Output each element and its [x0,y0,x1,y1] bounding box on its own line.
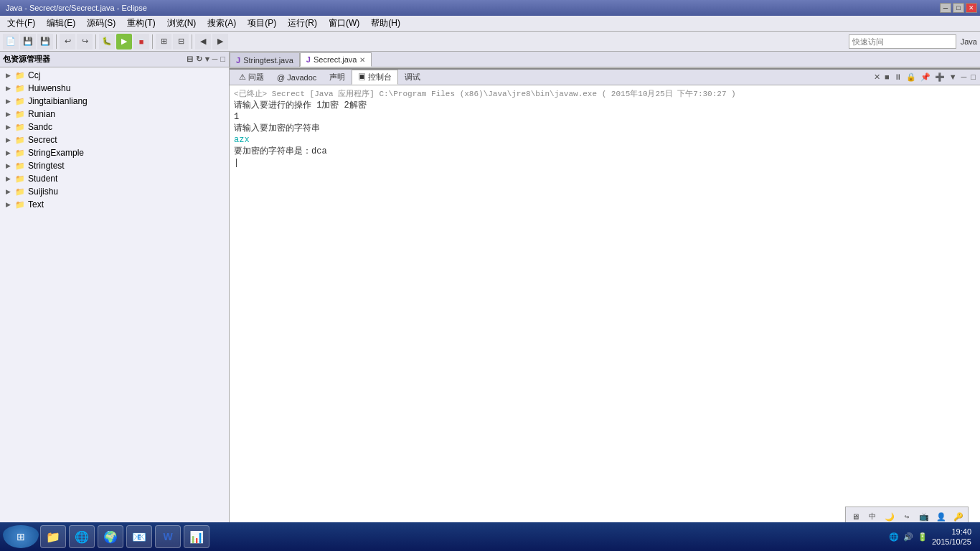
stop-button[interactable]: ■ [133,34,149,50]
panel-tab-problems[interactable]: ⚠ 问题 [232,70,270,85]
arrow-stringtest: ▶ [6,162,14,169]
project-label-jingtai: Jingtaibianliang [28,96,88,106]
project-icon-student: 📁 [14,173,26,184]
tree-item-stringtest[interactable]: ▶ 📁 Stringtest [0,159,229,172]
run-button[interactable]: ▶ [116,34,132,50]
tree-item-huiwenshu[interactable]: ▶ 📁 Huiwenshu [0,82,229,95]
sync-icon[interactable]: ↻ [195,54,203,65]
taskbar-excel[interactable]: 📊 [184,525,209,548]
menu-source[interactable]: 源码(S) [81,16,121,31]
panel-tab-console-icon: ▣ [358,72,368,81]
project-icon-huiwenshu: 📁 [14,83,26,94]
panel-tab-declaration[interactable]: 声明 [323,70,352,85]
clock-time: 19:40 [932,527,971,537]
project-label-text: Text [28,199,44,209]
save-all-button[interactable]: 💾 [37,34,53,50]
taskbar-battery-icon: 🔋 [918,532,928,542]
project-label-stringexample: StringExample [28,148,84,158]
collapse-all-icon[interactable]: ⊟ [186,54,194,65]
minimize-button[interactable]: ─ [940,3,951,13]
tree-item-student[interactable]: ▶ 📁 Student [0,172,229,185]
project-label-runian: Runian [28,109,55,119]
minimize-view-icon[interactable]: ─ [212,54,219,65]
project-icon-secrect: 📁 [14,134,26,146]
undo-button[interactable]: ↩ [60,34,75,50]
stop-console-icon[interactable]: ■ [883,71,891,83]
panel-maximize-icon[interactable]: □ [969,71,977,83]
tree-item-secrect[interactable]: ▶ 📁 Secrect [0,133,229,146]
tree-item-stringexample[interactable]: ▶ 📁 StringExample [0,146,229,159]
taskbar-mail[interactable]: 📧 [126,525,152,548]
package-explorer-title: 包资源管理器 [3,54,50,65]
console-line-4: azx [234,134,976,146]
console-line-2: 1 [234,111,976,123]
taskbar-explorer[interactable]: 📁 [40,525,66,548]
tab-close-secrect[interactable]: ✕ [359,56,365,64]
menu-window[interactable]: 窗口(W) [323,16,365,31]
pause-console-icon[interactable]: ⏸ [892,71,903,83]
menu-search[interactable]: 搜索(A) [202,16,242,31]
tab-label-secrect: Secrect.java [314,55,357,64]
editor-area: J Stringtest.java J Secrect.java ✕ //...… [230,52,980,529]
taskbar-browser1[interactable]: 🌐 [69,525,95,548]
panel-minimize-icon[interactable]: ─ [960,71,969,83]
prev-button[interactable]: ◀ [195,34,211,50]
panel-tab-console[interactable]: ▣ 控制台 [352,70,398,85]
pin-console-icon[interactable]: 📌 [919,71,932,83]
toolbar-sep-4 [192,34,192,49]
quick-access-input[interactable] [849,34,956,49]
new-console-icon[interactable]: ➕ [933,71,946,83]
project-tree: ▶ 📁 Ccj ▶ 📁 Huiwenshu ▶ 📁 Jingtaibianlia… [0,67,229,529]
menu-run[interactable]: 运行(R) [282,16,323,31]
taskbar-network-icon: 🌐 [889,532,899,542]
open-perspective-button[interactable]: ⊞ [156,34,171,50]
console-view-icon[interactable]: ▼ [948,71,958,83]
arrow-suijishu: ▶ [6,188,14,195]
tree-item-text[interactable]: ▶ 📁 Text [0,198,229,211]
toolbar-sep-1 [56,34,57,49]
next-button[interactable]: ▶ [212,34,228,50]
close-button[interactable]: ✕ [966,3,977,13]
save-button[interactable]: 💾 [20,34,36,50]
taskbar-browser2[interactable]: 🌍 [98,525,123,548]
arrow-runian: ▶ [6,110,14,118]
clock-date: 2015/10/25 [932,537,971,547]
arrow-huiwenshu: ▶ [6,85,14,92]
maximize-button[interactable]: □ [953,3,964,13]
new-perspective-button[interactable]: ⊟ [173,34,189,50]
scroll-lock-icon[interactable]: 🔒 [905,71,918,83]
taskbar-word[interactable]: W [155,525,181,548]
console-line-5: 要加密的字符串是：dca [234,146,976,157]
sidebar-header: 包资源管理器 ⊟ ↻ ▾ ─ □ [0,52,229,67]
project-label-ccj: Ccj [28,70,40,80]
redo-button[interactable]: ↪ [77,34,93,50]
debug-button[interactable]: 🐛 [99,34,115,50]
taskbar-right: 🌐 🔊 🔋 19:40 2015/10/25 [889,527,977,547]
tab-stringtest[interactable]: J Stringtest.java [230,52,300,67]
tree-item-jingtai[interactable]: ▶ 📁 Jingtaibianliang [0,95,229,108]
menu-edit[interactable]: 编辑(E) [41,16,81,31]
tree-item-sandc[interactable]: ▶ 📁 Sandc [0,121,229,133]
arrow-text: ▶ [6,201,14,208]
tree-item-runian[interactable]: ▶ 📁 Runian [0,108,229,121]
tree-item-ccj[interactable]: ▶ 📁 Ccj [0,69,229,82]
menu-help[interactable]: 帮助(H) [365,16,406,31]
panel-tab-javadoc[interactable]: @ Javadoc [270,71,323,84]
start-button[interactable]: ⊞ [3,525,39,548]
system-clock: 19:40 2015/10/25 [932,527,971,547]
menu-file[interactable]: 文件(F) [1,16,41,31]
main-layout: 包资源管理器 ⊟ ↻ ▾ ─ □ ▶ 📁 Ccj ▶ 📁 Huiwenshu [0,52,980,529]
maximize-view-icon[interactable]: □ [220,54,226,65]
view-menu-icon[interactable]: ▾ [204,54,210,65]
menu-navigate[interactable]: 浏览(N) [161,16,202,31]
menu-refactor[interactable]: 重构(T) [121,16,161,31]
console-output[interactable]: <已终止> Secrect [Java 应用程序] C:\Program Fil… [230,85,980,529]
tab-secrect[interactable]: J Secrect.java ✕ [300,52,372,67]
taskbar: ⊞ 📁 🌐 🌍 📧 W 📊 🌐 🔊 🔋 19:40 2015/10/25 [0,522,980,551]
menu-project[interactable]: 项目(P) [242,16,282,31]
clear-console-icon[interactable]: ✕ [872,71,882,83]
panel-tab-debug[interactable]: 调试 [398,70,427,85]
project-label-stringtest: Stringtest [28,161,65,171]
new-button[interactable]: 📄 [3,34,19,50]
tree-item-suijishu[interactable]: ▶ 📁 Suijishu [0,185,229,198]
